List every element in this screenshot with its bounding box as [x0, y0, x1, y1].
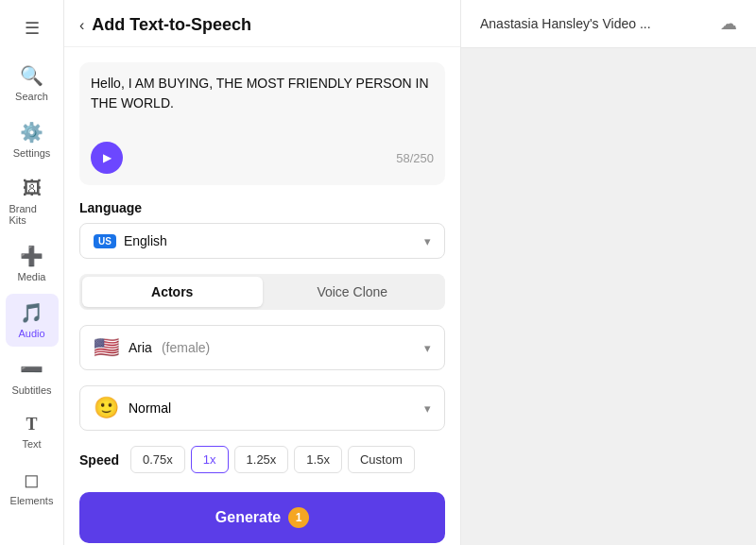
sidebar-item-elements[interactable]: ◻ Elements	[6, 461, 59, 514]
tone-value: Normal	[129, 400, 171, 416]
actor-name: Aria	[129, 340, 152, 355]
speed-1x[interactable]: 1x	[191, 446, 229, 473]
actor-info: 🇺🇸 Aria (female)	[94, 335, 210, 360]
sidebar-item-search[interactable]: 🔍 Search	[6, 57, 59, 110]
language-selected: US English	[94, 233, 167, 248]
sidebar-item-label: Media	[18, 271, 46, 282]
hamburger-icon: ☰	[25, 18, 40, 39]
generate-label: Generate	[215, 509, 281, 526]
chevron-down-icon: ▾	[424, 401, 431, 416]
sidebar-item-audio[interactable]: 🎵 Audio	[6, 294, 59, 347]
actor-gender: (female)	[162, 340, 210, 355]
sidebar-item-label: Settings	[13, 147, 51, 159]
tone-emoji-icon: 🙂	[94, 396, 119, 420]
play-button[interactable]: ▶	[91, 142, 123, 174]
speed-125x[interactable]: 1.25x	[234, 446, 289, 473]
sidebar-item-label: Audio	[18, 328, 44, 339]
tab-voice-clone[interactable]: Voice Clone	[263, 277, 443, 307]
sidebar-item-settings[interactable]: ⚙️ Settings	[6, 113, 59, 166]
settings-icon: ⚙️	[20, 121, 43, 144]
actor-flag-icon: 🇺🇸	[94, 335, 119, 360]
topbar: Anastasia Hansley's Video ... ☁	[461, 0, 756, 48]
add-tts-panel: ‹ Add Text-to-Speech Hello, I AM BUYING,…	[64, 0, 461, 545]
speed-075x[interactable]: 0.75x	[130, 446, 185, 473]
search-icon: 🔍	[20, 64, 43, 87]
speed-label: Speed	[79, 452, 121, 468]
sidebar-item-text[interactable]: T Text	[6, 407, 59, 457]
actor-dropdown[interactable]: 🇺🇸 Aria (female) ▾	[79, 325, 445, 370]
speed-15x[interactable]: 1.5x	[294, 446, 342, 473]
tone-dropdown[interactable]: 🙂 Normal ▾	[79, 385, 445, 431]
sidebar-item-brand[interactable]: 🖼 Brand Kits	[6, 170, 59, 233]
sidebar-item-media[interactable]: ➕ Media	[6, 237, 59, 290]
language-flag: US	[94, 234, 116, 248]
sidebar-item-label: Elements	[10, 495, 54, 506]
generate-count-badge: 1	[288, 507, 309, 528]
tts-textarea[interactable]: Hello, I AM BUYING, THE MOST FRIENDLY PE…	[91, 74, 434, 130]
tts-text-container: Hello, I AM BUYING, THE MOST FRIENDLY PE…	[79, 62, 445, 185]
language-dropdown[interactable]: US English ▾	[79, 223, 445, 259]
sidebar-item-label: Text	[22, 438, 41, 450]
speed-options: 0.75x 1x 1.25x 1.5x Custom	[130, 446, 415, 473]
subtitles-icon: ➖	[20, 358, 43, 381]
brand-icon: 🖼	[23, 178, 42, 199]
sidebar-item-label: Subtitles	[11, 384, 51, 396]
panel-title: Add Text-to-Speech	[92, 15, 251, 35]
panel-content: Hello, I AM BUYING, THE MOST FRIENDLY PE…	[64, 47, 460, 545]
textarea-footer: ▶ 58/250	[91, 142, 434, 174]
language-value: English	[124, 233, 167, 248]
hamburger-button[interactable]: ☰	[6, 11, 59, 45]
cloud-upload-icon[interactable]: ☁	[720, 13, 737, 34]
sidebar-item-subtitles[interactable]: ➖ Subtitles	[6, 350, 59, 403]
sidebar: ☰ 🔍 Search ⚙️ Settings 🖼 Brand Kits ➕ Me…	[0, 0, 64, 545]
chevron-down-icon: ▾	[424, 341, 431, 355]
language-section: Language US English ▾	[79, 200, 445, 259]
char-count: 58/250	[396, 151, 434, 165]
text-icon: T	[26, 415, 37, 434]
tone-info: 🙂 Normal	[94, 396, 171, 420]
media-icon: ➕	[20, 245, 43, 267]
sidebar-item-label: Search	[15, 91, 48, 102]
main-area: Anastasia Hansley's Video ... ☁	[461, 0, 756, 545]
speed-custom[interactable]: Custom	[348, 446, 415, 473]
chevron-down-icon: ▾	[424, 234, 431, 248]
back-button[interactable]: ‹	[79, 17, 84, 34]
elements-icon: ◻	[24, 468, 40, 491]
generate-button[interactable]: Generate 1	[79, 492, 445, 543]
audio-icon: 🎵	[20, 301, 43, 324]
tab-actors[interactable]: Actors	[82, 277, 263, 307]
language-label: Language	[79, 200, 445, 215]
actor-voice-tabs: Actors Voice Clone	[79, 274, 445, 310]
video-title: Anastasia Hansley's Video ...	[480, 16, 651, 31]
sidebar-item-label: Brand Kits	[9, 203, 55, 226]
panel-header: ‹ Add Text-to-Speech	[64, 0, 460, 47]
speed-section: Speed 0.75x 1x 1.25x 1.5x Custom	[79, 446, 445, 473]
canvas-area	[461, 48, 756, 545]
